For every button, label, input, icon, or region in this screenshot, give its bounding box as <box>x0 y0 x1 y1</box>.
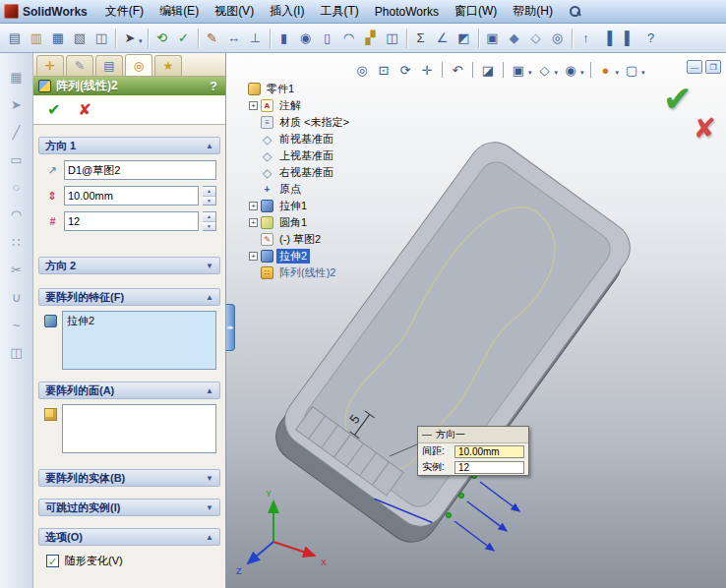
dropdown-caret-icon[interactable]: ▾ <box>139 37 143 45</box>
vary-sketch-checkbox[interactable]: ✓ <box>46 555 59 567</box>
list-item[interactable]: 拉伸2 <box>67 314 212 328</box>
instance-count-input[interactable] <box>64 211 199 231</box>
arc-tool-icon[interactable]: ◠ <box>5 203 29 226</box>
faces-to-pattern-list[interactable] <box>62 404 216 453</box>
pan-icon[interactable]: ✛ <box>417 60 437 80</box>
section-header-skip-instances[interactable]: 可跳过的实例(I) ▼ <box>38 499 220 516</box>
view-orientation-icon[interactable]: ▣ <box>482 28 504 49</box>
confirm-ok-icon[interactable]: ✔ <box>663 79 693 120</box>
measure-icon[interactable]: ∠ <box>432 28 454 49</box>
tree-item[interactable]: 原点 <box>236 181 352 198</box>
spacing-input[interactable] <box>64 186 199 206</box>
callout-spacing-value[interactable]: 10.00mm <box>454 445 524 458</box>
extrude-boss-icon[interactable]: ▮ <box>273 28 295 49</box>
point-pattern-icon[interactable]: ∷ <box>5 230 29 254</box>
edit-appearance-icon[interactable]: ● <box>596 60 616 80</box>
panel-toggle-icon[interactable]: ▌ <box>619 28 640 49</box>
section-header-faces[interactable]: 要阵列的面(A) ▲ <box>38 382 220 399</box>
tree-item[interactable]: +拉伸2 <box>236 248 352 265</box>
tab-dimxpertmanager[interactable]: ◎ <box>125 54 152 76</box>
tree-item[interactable]: 零件1 <box>236 81 352 97</box>
rebuild-icon[interactable]: ⟲ <box>151 28 173 49</box>
rectangle-tool-icon[interactable]: ▭ <box>5 147 29 171</box>
menu-help[interactable]: 帮助(H) <box>505 0 561 23</box>
tree-item[interactable]: (-) 草图2 <box>236 231 352 248</box>
display-style-icon[interactable]: ◇ <box>535 60 555 80</box>
section-header-features[interactable]: 要阵列的特征(F) ▲ <box>38 288 220 306</box>
menu-insert[interactable]: 插入(I) <box>262 0 312 23</box>
print-icon[interactable]: ▧ <box>69 28 91 49</box>
tree-item[interactable]: 材质 <未指定> <box>236 114 352 131</box>
section-header-direction2[interactable]: 方向 2 ▼ <box>38 257 220 274</box>
restore-button[interactable]: ❐ <box>705 60 721 74</box>
section-header-bodies[interactable]: 要阵列的实体(B) ▼ <box>38 469 220 487</box>
smart-dimension-icon[interactable]: ↔ <box>223 28 245 49</box>
equations-icon[interactable]: Σ <box>410 28 432 49</box>
mirror-entities-icon[interactable]: ◫ <box>5 340 29 364</box>
help-button[interactable]: ? <box>207 80 220 93</box>
tree-item[interactable]: +圆角1 <box>236 214 352 231</box>
ok-button[interactable]: ✔ <box>47 100 60 119</box>
search-icon[interactable] <box>569 5 581 18</box>
callout-instances-value[interactable]: 12 <box>454 461 524 474</box>
spell-check-icon[interactable]: ✓ <box>173 28 195 49</box>
tree-item[interactable]: +注解 <box>236 97 352 114</box>
open-document-icon[interactable]: ▥ <box>26 28 47 49</box>
zoom-area-icon[interactable]: ⊡ <box>374 60 393 80</box>
tree-item[interactable]: 上视基准面 <box>236 147 352 164</box>
sketch-icon[interactable]: ✎ <box>202 28 223 49</box>
add-relation-icon[interactable]: ⊥ <box>245 28 267 49</box>
tab-displaymanager[interactable]: ★ <box>154 55 182 76</box>
menu-view[interactable]: 视图(V) <box>207 0 262 23</box>
confirm-cancel-icon[interactable]: ✘ <box>694 112 716 145</box>
shaded-view-icon[interactable]: ◆ <box>504 28 525 49</box>
dropdown-caret-icon[interactable]: ▾ <box>641 69 645 77</box>
minimize-button[interactable]: — <box>687 60 702 74</box>
mirror-icon[interactable]: ◫ <box>382 28 403 49</box>
tab-propertymanager[interactable]: ✛ <box>36 55 64 76</box>
section-view-icon[interactable]: ◪ <box>478 60 498 80</box>
line-tool-icon[interactable]: ╱ <box>5 120 29 144</box>
zoom-tool-icon[interactable]: ◎ <box>547 28 569 49</box>
hook-tool-icon[interactable]: ∪ <box>5 285 29 309</box>
expander-plus-icon[interactable]: + <box>249 101 258 110</box>
spline-tool-icon[interactable]: ~ <box>5 313 29 336</box>
dropdown-caret-icon[interactable]: ▾ <box>580 69 584 77</box>
spin-down-button[interactable]: ▼ <box>203 222 215 231</box>
extrude-cut-icon[interactable]: ▯ <box>317 28 338 49</box>
select-arrow-icon[interactable]: ➤ <box>119 28 141 49</box>
tree-item[interactable]: 阵列(线性)2 <box>236 265 352 281</box>
circle-tool-icon[interactable]: ○ <box>5 175 29 199</box>
dropdown-caret-icon[interactable]: ▾ <box>555 69 559 77</box>
dropdown-caret-icon[interactable]: ▾ <box>616 69 620 77</box>
zoom-fit-icon[interactable]: ◎ <box>352 60 372 80</box>
view-orientation-hud-icon[interactable]: ▣ <box>509 60 528 80</box>
print-preview-icon[interactable]: ◫ <box>91 28 112 49</box>
dropdown-caret-icon[interactable]: ▾ <box>528 69 532 77</box>
trim-tool-icon[interactable]: ✂ <box>5 258 29 281</box>
direction1-edge-input[interactable] <box>64 160 216 180</box>
tree-item[interactable]: +拉伸1 <box>236 198 352 214</box>
expander-plus-icon[interactable]: + <box>249 202 258 210</box>
rotate-view-icon[interactable]: ⟳ <box>395 60 415 80</box>
tab-configurationmanager[interactable]: ▤ <box>95 55 123 76</box>
menu-window[interactable]: 窗口(W) <box>447 0 505 23</box>
menu-edit[interactable]: 编辑(E) <box>151 0 207 23</box>
arrow-up-icon[interactable]: ↑ <box>575 28 597 49</box>
new-document-icon[interactable]: ▤ <box>4 28 26 49</box>
tree-item[interactable]: 前视基准面 <box>236 131 352 147</box>
section-properties-icon[interactable]: ◩ <box>454 28 475 49</box>
app-help-icon[interactable]: ? <box>640 28 662 49</box>
panel-splitter-handle[interactable]: ◂▸ <box>226 304 235 351</box>
hide-show-items-icon[interactable]: ◉ <box>561 60 580 80</box>
expander-plus-icon[interactable]: + <box>249 252 258 261</box>
apply-scene-icon[interactable]: ▢ <box>622 60 641 80</box>
tree-item[interactable]: 右视基准面 <box>236 164 352 181</box>
expander-plus-icon[interactable]: + <box>249 218 258 227</box>
revolve-icon[interactable]: ◉ <box>295 28 317 49</box>
task-pane-icon[interactable]: ▐ <box>597 28 619 49</box>
section-header-direction1[interactable]: 方向 1 ▲ <box>38 137 220 154</box>
fillet-icon[interactable]: ◠ <box>338 28 360 49</box>
menu-tools[interactable]: 工具(T) <box>312 0 366 23</box>
tab-custom-properties[interactable]: ✎ <box>66 55 93 76</box>
